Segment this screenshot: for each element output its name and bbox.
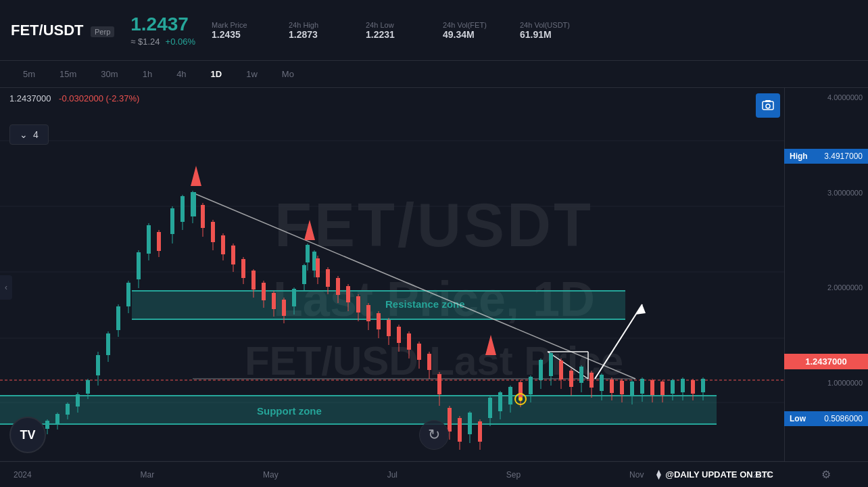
mark-price-stat: Mark Price 1.2435	[212, 21, 272, 40]
svg-rect-35	[86, 380, 90, 394]
24h-high-value: 1.2873	[289, 29, 349, 40]
price-usd: ≈ $1.24	[130, 37, 160, 47]
svg-text:Resistance zone: Resistance zone	[385, 298, 465, 310]
svg-rect-33	[76, 394, 80, 407]
svg-rect-66	[241, 259, 245, 278]
svg-rect-57	[201, 205, 205, 228]
svg-rect-29	[55, 414, 59, 423]
vol-fet-value: 49.34M	[443, 29, 504, 40]
svg-rect-103	[407, 333, 411, 350]
screenshot-icon	[761, 99, 775, 112]
svg-rect-150	[630, 381, 634, 396]
low-label-box: Low 0.5086000	[784, 411, 868, 426]
tf-30m[interactable]: 30m	[89, 65, 130, 83]
symbol-text: FET/USDT	[11, 22, 84, 39]
svg-text:Support zone: Support zone	[257, 405, 322, 417]
price-column: 1.2437 ≈ $1.24 +0.06%	[130, 14, 195, 47]
vol-fet-label: 24h Vol(FET)	[443, 21, 504, 29]
svg-marker-83	[304, 220, 315, 240]
brand-diamond-icon: ⧫	[656, 469, 661, 480]
svg-rect-142	[589, 373, 594, 388]
svg-rect-134	[549, 353, 553, 376]
svg-rect-156	[660, 381, 665, 395]
main-price: 1.2437	[130, 14, 195, 35]
tf-1d[interactable]: 1D	[199, 65, 235, 83]
price-tick-1: 1.0000000	[790, 379, 863, 387]
tf-5m[interactable]: 5m	[11, 65, 47, 83]
svg-rect-64	[231, 246, 235, 264]
svg-rect-101	[397, 327, 401, 343]
svg-rect-120	[488, 398, 492, 418]
svg-rect-166	[765, 100, 771, 102]
tf-1h[interactable]: 1h	[130, 65, 164, 83]
collapse-panel-button[interactable]: ‹	[0, 275, 12, 300]
current-price-label: 1.2437000	[784, 354, 868, 369]
settings-icon[interactable]: ⚙	[821, 468, 831, 481]
svg-point-167	[766, 104, 770, 108]
svg-rect-164	[701, 379, 705, 392]
svg-rect-91	[346, 286, 350, 302]
brand-text: @DAILY UPDATE ON BTC	[665, 469, 773, 480]
svg-rect-111	[448, 408, 452, 432]
24h-low-label: 24h Low	[366, 21, 427, 29]
svg-rect-144	[600, 375, 604, 391]
tf-1w[interactable]: 1w	[234, 65, 270, 83]
tv-logo-text: TV	[20, 428, 35, 442]
mark-price-value: 1.2435	[212, 29, 272, 40]
chart-badge[interactable]: ⌄ 4	[9, 124, 49, 145]
svg-rect-105	[417, 344, 421, 360]
svg-point-128	[519, 397, 523, 401]
tf-4h[interactable]: 4h	[164, 65, 198, 83]
screenshot-button[interactable]	[756, 93, 780, 118]
svg-rect-6	[0, 396, 717, 424]
svg-rect-49	[157, 232, 161, 251]
svg-marker-58	[191, 166, 201, 186]
chevron-down-icon: ⌄	[20, 129, 28, 140]
chart-container: FET/USDT Last Price, 1D FET/USD Last Pri…	[0, 88, 868, 487]
symbol-area: FET/USDT Perp	[11, 22, 114, 39]
vol-usdt-label: 24h Vol(USDT)	[520, 21, 581, 29]
svg-rect-162	[691, 380, 695, 394]
svg-rect-45	[137, 252, 141, 279]
tf-15m[interactable]: 15m	[47, 65, 89, 83]
timeframe-bar: 5m 15m 30m 1h 4h 1D 1w Mo	[0, 61, 868, 88]
svg-rect-140	[579, 367, 583, 383]
svg-rect-132	[539, 360, 543, 380]
svg-rect-138	[569, 371, 573, 387]
svg-rect-41	[116, 306, 120, 330]
svg-rect-146	[610, 379, 614, 393]
vol-usdt-value: 61.91M	[520, 29, 581, 40]
svg-rect-47	[147, 225, 151, 254]
svg-rect-72	[272, 293, 276, 309]
bottom-axis-bar: ⚙	[784, 461, 868, 487]
refresh-button[interactable]: ↻	[419, 420, 449, 450]
svg-rect-154	[650, 380, 654, 395]
low-label-text: Low	[790, 414, 806, 423]
svg-rect-76	[292, 289, 296, 306]
chart-badge-number: 4	[33, 129, 39, 140]
svg-rect-87	[326, 269, 330, 287]
svg-rect-39	[106, 333, 110, 355]
vol-fet-stat: 24h Vol(FET) 49.34M	[443, 21, 504, 40]
refresh-icon: ↻	[428, 426, 440, 444]
low-label-value: 0.5086000	[824, 414, 863, 423]
svg-rect-160	[681, 379, 685, 392]
tf-mo[interactable]: Mo	[270, 65, 306, 83]
svg-rect-122	[498, 392, 502, 411]
24h-high-label: 24h High	[289, 21, 349, 29]
24h-high-stat: 24h High 1.2873	[289, 21, 349, 40]
svg-rect-95	[366, 305, 370, 321]
svg-rect-37	[96, 355, 100, 375]
current-price-value: 1.2437000	[805, 356, 846, 367]
brand-footer: ⧫ @DAILY UPDATE ON BTC	[0, 461, 784, 487]
high-label-text: High	[790, 152, 808, 161]
svg-rect-109	[437, 374, 441, 394]
price-axis: 4.0000000 3.0000000 2.0000000 1.0000000 …	[784, 88, 868, 487]
svg-rect-62	[221, 235, 225, 254]
ohlc-change: -0.0302000 (-2.37%)	[59, 93, 139, 103]
svg-rect-27	[45, 421, 49, 429]
ohlc-price: 1.2437000	[9, 93, 51, 103]
price-tick-4: 4.0000000	[790, 93, 863, 101]
price-change: +0.06%	[166, 37, 195, 47]
symbol-name: FET/USDT Perp	[11, 22, 114, 39]
